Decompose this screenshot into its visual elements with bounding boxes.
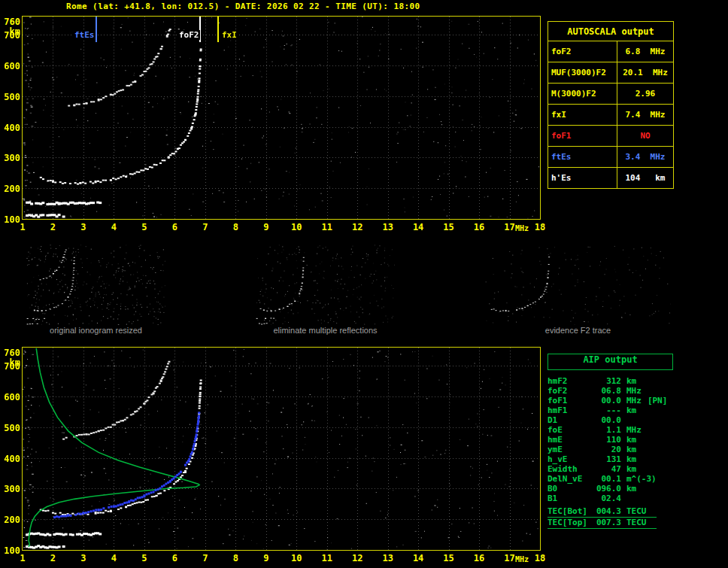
x-tick-label: 6 [166, 553, 183, 563]
autoscala-window: Rome (lat: +41.8, lon: 012.5) - DATE: 20… [0, 0, 728, 568]
aip-param-name: hmE [548, 435, 594, 445]
autoscala-row: h'Es104 km [548, 168, 674, 189]
aip-row: DelN_vE00.1m^(-3) [548, 474, 657, 484]
aip-param-unit: m^(-3) [626, 474, 657, 484]
x-tick-label: 15 [441, 553, 457, 563]
thumbnail-eliminate-reflections [256, 245, 395, 325]
ftes-marker-label: ftEs [74, 30, 96, 40]
autoscala-row-value: 6.8 MHz [617, 41, 674, 62]
aip-row: B102.4 [548, 494, 657, 503]
aip-param-name: TEC[Top] [548, 518, 594, 527]
x-tick-label: 13 [380, 222, 396, 232]
aip-row: D100.0 [548, 415, 657, 425]
aip-param-unit: km [626, 376, 636, 386]
x-tick-label: 6 [166, 222, 183, 232]
thumbnail-caption: eliminate multiple reflections [256, 326, 395, 335]
ionogram-canvas-top [23, 17, 540, 219]
x-tick-label: 8 [227, 222, 244, 232]
aip-param-value: 131 [594, 454, 621, 464]
x-tick-label: 7 [197, 553, 214, 563]
ionogram-plot-bottom [22, 347, 541, 551]
y-tick-label: 700 [0, 30, 20, 41]
y-tick-label: 400 [0, 123, 20, 133]
aip-row: foF100.0MHz[PN] [548, 396, 657, 405]
autoscala-row-value: NO [617, 126, 674, 147]
autoscala-row-value: 104 km [617, 168, 674, 189]
aip-param-unit: MHz [626, 425, 642, 435]
aip-param-unit: TECU [626, 506, 647, 516]
x-tick-label: 8 [227, 553, 244, 563]
x-tick-label: 14 [410, 222, 426, 232]
station-date-header: Rome (lat: +41.8, lon: 012.5) - DATE: 20… [66, 2, 420, 11]
aip-param-name: hmF1 [548, 405, 594, 415]
y-tick-label: 760 [0, 348, 20, 358]
autoscala-row: fxI7.4 MHz [548, 105, 674, 126]
aip-row: hmF2312km [548, 376, 657, 386]
aip-param-unit: km [626, 445, 636, 454]
x-tick-label: 1 [14, 222, 31, 232]
x-axis-unit-label: MHz [515, 555, 529, 563]
x-tick-label: 2 [44, 553, 61, 563]
autoscala-row-label: fxI [548, 105, 617, 126]
aip-param-value: 007.3 [594, 518, 621, 527]
aip-param-unit: MHz [626, 396, 642, 405]
x-tick-label: 18 [532, 222, 548, 232]
aip-row: h_vE131km [548, 454, 657, 464]
autoscala-row-value: 3.4 MHz [617, 147, 674, 168]
y-tick-label: 400 [0, 454, 20, 464]
y-tick-label: 200 [0, 515, 20, 525]
y-tick-label: 300 [0, 153, 20, 163]
aip-param-name: B1 [548, 494, 594, 503]
x-tick-label: 7 [197, 222, 214, 232]
autoscala-row: foF26.8 MHz [548, 41, 674, 62]
x-tick-label: 5 [136, 553, 153, 563]
aip-param-unit: km [626, 464, 636, 474]
thumbnail-caption: original ionogram resized [26, 326, 165, 335]
aip-param-name: foF1 [548, 396, 594, 405]
aip-param-name: ymE [548, 445, 594, 454]
aip-row: ymE20km [548, 445, 657, 454]
x-tick-label: 13 [380, 553, 396, 563]
autoscala-row-value: 7.4 MHz [617, 105, 674, 126]
aip-row: hmF1---km [548, 405, 657, 415]
autoscala-row: MUF(3000)F220.1 MHz [548, 62, 674, 84]
aip-param-name: h_vE [548, 454, 594, 464]
autoscala-row-label: ftEs [548, 147, 617, 168]
aip-param-name: TEC[Bot] [548, 506, 594, 516]
ionogram-plot-top [22, 16, 541, 220]
x-tick-label: 11 [319, 553, 335, 563]
aip-param-value: --- [594, 405, 621, 415]
x-tick-label: 1 [14, 553, 31, 563]
aip-param-value: 004.3 [594, 506, 621, 516]
aip-param-value: 312 [594, 376, 621, 386]
aip-param-unit: TECU [626, 518, 647, 527]
autoscala-table-title: AUTOSCALA output [548, 22, 674, 41]
aip-row: foE1.1MHz [548, 425, 657, 435]
autoscala-row-label: foF1 [548, 126, 617, 147]
aip-param-value: 00.1 [594, 474, 621, 484]
thumbnail-original-ionogram [26, 245, 165, 325]
aip-row: Ewidth47km [548, 464, 657, 474]
x-tick-label: 9 [258, 222, 275, 232]
aip-param-unit: km [626, 484, 636, 494]
autoscala-output-table: AUTOSCALA output foF26.8 MHzMUF(3000)F22… [548, 21, 674, 189]
x-tick-label: 3 [75, 553, 92, 563]
x-tick-label: 10 [288, 553, 305, 563]
aip-param-value: 06.8 [594, 386, 621, 396]
x-tick-label: 5 [136, 222, 153, 232]
x-tick-label: 4 [105, 222, 122, 232]
aip-param-name: hmF2 [548, 376, 594, 386]
aip-param-unit: MHz [626, 386, 642, 396]
autoscala-row-label: M(3000)F2 [548, 84, 617, 105]
y-tick-label: 600 [0, 392, 20, 402]
x-tick-label: 10 [288, 222, 305, 232]
x-tick-label: 16 [471, 222, 487, 232]
aip-row: TEC[Top]007.3TECU [548, 518, 657, 529]
x-tick-label: 11 [319, 222, 335, 232]
aip-param-value: 110 [594, 435, 621, 445]
aip-param-name: DelN_vE [548, 474, 594, 484]
y-tick-label: 600 [0, 61, 20, 71]
aip-param-value: 00.0 [594, 396, 621, 405]
x-tick-label: 9 [258, 553, 275, 563]
aip-param-value: 00.0 [594, 415, 621, 425]
